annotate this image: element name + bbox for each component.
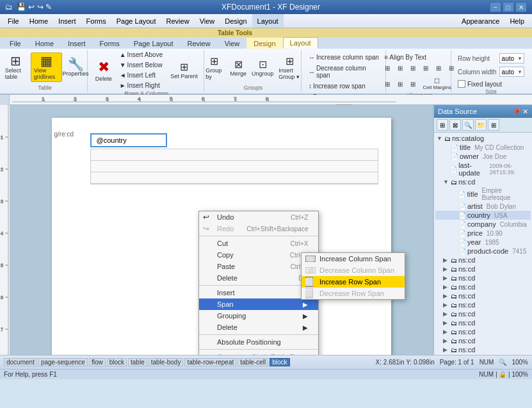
align-btn-7[interactable]: ⊞ (382, 76, 393, 92)
minimize-button[interactable]: − (490, 2, 501, 12)
ctx-delete-sub[interactable]: Delete ▶ (199, 322, 318, 333)
tree-item-nscd-10[interactable]: ▶🗂ns:cd (435, 327, 531, 336)
breadcrumb-table-row-repeat[interactable]: table-row-repeat (184, 358, 236, 366)
submenu-decrease-col-span[interactable]: ⬜ Decrease Column Span (302, 265, 405, 276)
tree-item-year[interactable]: 📄 year 1985 (435, 238, 531, 247)
align-btn-4[interactable]: ⊞ (420, 63, 431, 73)
menu-file[interactable]: File (3, 14, 24, 28)
maximize-button[interactable]: □ (503, 2, 514, 12)
tab-design[interactable]: Design (246, 38, 282, 49)
align-btn-3[interactable]: ⊞ (407, 63, 419, 73)
set-parent-button[interactable]: ⊞ Set Parent (167, 59, 201, 81)
ctx-redo[interactable]: ↪ Redo Ctrl+Shift+Backspace (199, 223, 318, 234)
align-btn-2[interactable]: ⊞ (394, 63, 406, 73)
tree-item-nscd-4[interactable]: ▶🗂ns:cd (435, 273, 531, 282)
delete-button[interactable]: ✖ Delete (92, 57, 115, 84)
tree-item-cd-title[interactable]: 📄 title Empire Burlesque (435, 186, 531, 202)
menu-view[interactable]: View (195, 14, 220, 28)
group-by-button[interactable]: ⊞ Group by (202, 53, 225, 82)
menu-help[interactable]: Help (504, 16, 529, 26)
menu-layout[interactable]: Layout (252, 14, 284, 28)
menu-design[interactable]: Design (220, 14, 252, 28)
tab-view[interactable]: View (218, 38, 247, 49)
tree-item-owner[interactable]: 📄 owner Joe Doe (435, 152, 531, 161)
tree-item-catalog[interactable]: ▼ 🗂 ns:catalog (435, 134, 531, 143)
tree-item-artist[interactable]: 📄 artist Bob Dylan (435, 202, 531, 211)
submenu-decrease-row-span[interactable]: ⬜ Decrease Row Span (302, 288, 405, 299)
insert-left-button[interactable]: ◄ Insert Left (117, 70, 166, 80)
fixed-layout-checkbox[interactable] (458, 80, 465, 88)
view-gridlines-button[interactable]: ▦ View gridlines (31, 53, 62, 82)
close-button[interactable]: ✕ (515, 2, 527, 12)
breadcrumb-document[interactable]: document (4, 358, 37, 366)
tree-item-nscd-13[interactable]: ▶🗂ns:cd (435, 354, 531, 355)
tree-item-nscd-9[interactable]: ▶🗂ns:cd (435, 318, 531, 327)
tab-page-layout[interactable]: Page Layout (127, 38, 181, 49)
cell-margins-button[interactable]: ☐ Cell Margins (420, 76, 455, 92)
menu-page-layout[interactable]: Page Layout (111, 14, 161, 28)
row-height-input[interactable]: auto ▼ (499, 53, 524, 63)
tree-item-country[interactable]: 📄 country USA (435, 211, 531, 220)
properties-button[interactable]: 🔧 Properties (63, 56, 88, 79)
tab-forms[interactable]: Forms (93, 38, 127, 49)
menu-forms[interactable]: Forms (81, 14, 111, 28)
tab-file[interactable]: File (3, 38, 28, 49)
breadcrumb-table-cell[interactable]: table-cell (238, 358, 268, 366)
tree-item-nscd-6[interactable]: ▶🗂ns:cd (435, 291, 531, 300)
tree-item-nscd-12[interactable]: ▶🗂ns:cd (435, 345, 531, 354)
canvas-area[interactable]: g/re:cd @country ↩ Undo Ctrl+Z ↪ Redo (10, 105, 433, 355)
ctx-span[interactable]: Span ▶ (199, 298, 318, 310)
submenu-increase-row-span[interactable]: ⬜ Increase Row Span (302, 276, 405, 288)
align-btn-5[interactable]: ⊞ (433, 63, 444, 73)
panel-pin-button[interactable]: 📌 (512, 108, 521, 116)
tree-item-nscd-8[interactable]: ▶🗂ns:cd (435, 309, 531, 318)
ctx-cut[interactable]: Cut Ctrl+X (199, 238, 318, 249)
tree-item-nscd-3[interactable]: ▶🗂ns:cd (435, 265, 531, 273)
ctx-undo[interactable]: ↩ Undo Ctrl+Z (199, 211, 318, 223)
tab-insert[interactable]: Insert (61, 38, 93, 49)
tree-item-nscd-2[interactable]: ▶🗂ns:cd (435, 256, 531, 265)
increase-row-span-button[interactable]: ↕ Increase row span (305, 81, 383, 91)
panel-close-button[interactable]: ✕ (522, 108, 528, 116)
ungroup-button[interactable]: ⊡ Ungroup (251, 56, 274, 79)
breadcrumb-table[interactable]: table (128, 358, 147, 366)
panel-tool-3[interactable]: 🔍 (462, 119, 474, 131)
align-btn-9[interactable]: ⊞ (407, 76, 419, 92)
align-btn-8[interactable]: ⊞ (394, 76, 406, 92)
breadcrumb-flow[interactable]: flow (89, 358, 106, 366)
tab-review[interactable]: Review (181, 38, 218, 49)
breadcrumb-block-active[interactable]: block (270, 358, 289, 366)
tree-item-title[interactable]: 📄 title My CD Collection (435, 143, 531, 152)
breadcrumb-page-sequence[interactable]: page-sequence (38, 358, 88, 366)
insert-right-button[interactable]: ► Insert Right (117, 81, 166, 90)
breadcrumb-table-body[interactable]: table-body (149, 358, 184, 366)
tree-item-nscd-1[interactable]: ▼ 🗂 ns:cd (435, 177, 531, 186)
tree-item-price[interactable]: 📄 price 10.90 (435, 229, 531, 238)
increase-col-span-button[interactable]: ↔ Increase column span (305, 53, 383, 62)
tree-item-nscd-11[interactable]: ▶🗂ns:cd (435, 336, 531, 345)
tree-item-nscd-7[interactable]: ▶🗂ns:cd (435, 300, 531, 309)
insert-above-button[interactable]: ▲ Insert Above (117, 50, 166, 60)
ctx-grouping[interactable]: Grouping ▶ (199, 310, 318, 322)
select-table-button[interactable]: ⊞ Select table (2, 53, 29, 82)
decrease-col-span-button[interactable]: ↔ Decrease column span (305, 63, 383, 80)
selected-cell[interactable]: @country (90, 133, 167, 147)
menu-home[interactable]: Home (24, 14, 53, 28)
insert-group-button[interactable]: ⊞ Insert Group ▾ (275, 53, 304, 82)
tree-item-company[interactable]: 📄 company Columbia (435, 220, 531, 229)
menu-appearance[interactable]: Appearance (456, 16, 504, 26)
col-width-input[interactable]: auto ▼ (499, 67, 524, 77)
submenu-increase-col-span[interactable]: ⬜ Increase Column Span (302, 253, 405, 265)
merge-button[interactable]: ⊠ Merge (227, 56, 250, 79)
panel-tool-4[interactable]: 📁 (475, 119, 487, 131)
ctx-convert-static[interactable]: Convert to Static Table Row (199, 351, 318, 355)
tree-item-product-code[interactable]: 📄 product-code 7415 (435, 247, 531, 256)
tree-item-nscd-5[interactable]: ▶🗂ns:cd (435, 282, 531, 291)
panel-tool-1[interactable]: ⊞ (437, 119, 448, 131)
tab-home[interactable]: Home (28, 38, 61, 49)
panel-tool-5[interactable]: ⊞ (488, 119, 499, 131)
tree-item-last-update[interactable]: 📄 last-update 2009-06-28T15:39: (435, 161, 531, 177)
ctx-absolute-pos[interactable]: Absolute Positioning (199, 336, 318, 348)
menu-insert[interactable]: Insert (53, 14, 81, 28)
menu-review[interactable]: Review (161, 14, 195, 28)
